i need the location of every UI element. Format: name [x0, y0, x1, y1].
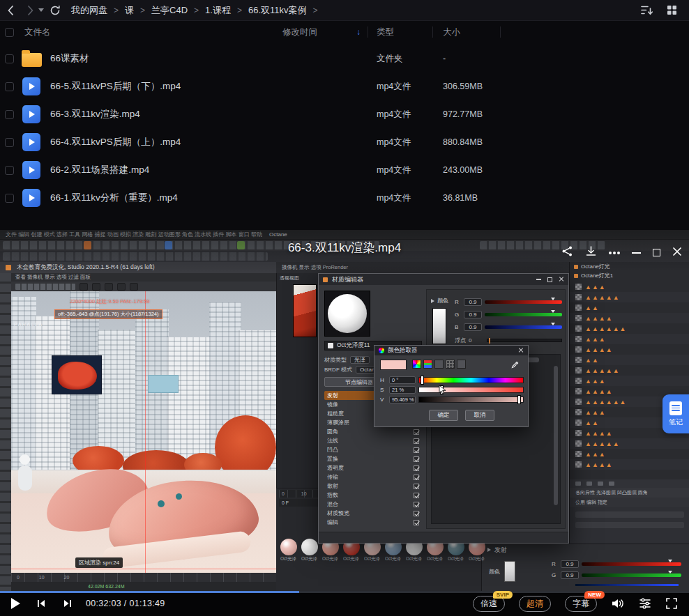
- material-label: Oct光泽: [343, 556, 359, 562]
- material-preview: [324, 291, 370, 337]
- file-name: 66课素材: [50, 52, 89, 65]
- file-row[interactable]: 66课素材 文件夹 -: [0, 45, 689, 72]
- forward-icon[interactable]: [22, 3, 38, 18]
- history-caret-icon[interactable]: [38, 8, 44, 12]
- row-checkbox[interactable]: [5, 82, 14, 91]
- palette-icon: [379, 348, 384, 353]
- maximize-icon[interactable]: [653, 249, 660, 256]
- file-size: 972.77MB: [443, 109, 483, 119]
- file-row[interactable]: 66-2.双11场景搭建.mp4 mp4文件 243.00MB: [0, 156, 689, 184]
- object-row: ▲▲▲▲▲: [570, 292, 689, 302]
- render-scene: PARALLA: [11, 291, 276, 573]
- column-divider: [432, 26, 433, 38]
- share-icon[interactable]: [561, 245, 573, 260]
- breadcrumb-item[interactable]: 兰亭C4D: [151, 4, 188, 17]
- previous-button[interactable]: [36, 598, 47, 609]
- file-name: 66-4.双11kvPS后期（上）.mp4: [50, 136, 181, 148]
- texture-checker-icon: [575, 367, 582, 374]
- play-button[interactable]: [11, 598, 20, 609]
- attribute-panel: [570, 507, 689, 544]
- c4d-viewport-menu-right: 摄像机 显示 选项 ProRender: [276, 262, 569, 273]
- player-window-controls: [561, 245, 682, 260]
- close-icon: [559, 277, 564, 282]
- file-row[interactable]: 66-3.双11kv渲染.mp4 mp4文件 972.77MB: [0, 100, 689, 128]
- more-icon[interactable]: [613, 252, 616, 254]
- volume-icon[interactable]: [611, 597, 625, 610]
- file-size: 243.00MB: [443, 165, 483, 175]
- file-name: 66-1.双11kv分析（重要）.mp4: [50, 192, 178, 204]
- texture-checker-icon: [575, 325, 582, 332]
- me-channel-row: 材质预览: [324, 509, 422, 518]
- cancel-button: 取消: [465, 410, 494, 421]
- close-icon: [518, 348, 524, 353]
- file-size: 880.84MB: [443, 137, 483, 147]
- breadcrumb-item[interactable]: 我的网盘: [71, 4, 107, 17]
- me-channel-row: 传输: [324, 472, 422, 482]
- file-type: 文件夹: [377, 53, 403, 65]
- channel-checkbox: [414, 447, 419, 453]
- mouse-cursor: [439, 385, 446, 398]
- texture-checker-icon: [575, 399, 582, 405]
- object-triangles: ▲▲▲: [585, 284, 606, 291]
- quality-button[interactable]: 超清: [519, 596, 551, 612]
- me-channel-row: 凹凸: [324, 445, 422, 454]
- file-name: 66-2.双11场景搭建.mp4: [50, 164, 149, 176]
- download-icon[interactable]: [585, 245, 597, 260]
- object-triangles: ▲▲: [585, 305, 599, 311]
- attribute-tabs-2: 公用 编辑 指定: [570, 498, 689, 507]
- next-button[interactable]: [62, 598, 73, 609]
- breadcrumb-separator: >: [114, 6, 119, 15]
- me-channel-row: 指数: [324, 491, 422, 500]
- object-triangles: ▲▲: [585, 419, 599, 426]
- emission-panel: 发射 颜色 R 0.9 G 0.9: [481, 544, 689, 591]
- c4d-timeline-ruler: 0 10 20: [11, 573, 276, 582]
- hsv-icon: [434, 360, 444, 369]
- row-checkbox[interactable]: [5, 54, 14, 63]
- row-checkbox[interactable]: [5, 194, 14, 203]
- column-size[interactable]: 大小: [443, 26, 460, 38]
- video-surface[interactable]: 文件 编辑 创建 模式 选择 工具 网格 捕捉 动画 模拟 渲染 雕刻 运动图形…: [0, 230, 689, 591]
- frame-counter: 0 F: [279, 499, 321, 507]
- speed-button[interactable]: 倍速 SVIP: [473, 596, 505, 612]
- channel-checkbox: [414, 484, 419, 489]
- cp-current-swatch: [380, 360, 407, 370]
- breadcrumb-item[interactable]: 66.双11kv案例: [248, 4, 307, 17]
- sort-list-icon[interactable]: [640, 4, 653, 16]
- column-filename[interactable]: 文件名: [24, 26, 51, 38]
- row-checkbox[interactable]: [5, 138, 14, 147]
- texture-checker-icon: [575, 461, 582, 468]
- row-checkbox[interactable]: [5, 166, 14, 175]
- breadcrumb-item[interactable]: 课: [125, 4, 134, 17]
- material-editor-footer: [319, 532, 568, 543]
- close-icon[interactable]: [672, 247, 682, 259]
- material-label: Oct光泽: [364, 556, 380, 562]
- select-all-checkbox[interactable]: [5, 28, 14, 37]
- breadcrumb-item[interactable]: 1.课程: [205, 4, 231, 17]
- float-slider: 浮点 0: [455, 334, 562, 346]
- object-row: ▲▲▲▲: [570, 313, 689, 323]
- column-type[interactable]: 类型: [377, 26, 394, 38]
- texture-checker-icon: [575, 315, 582, 321]
- file-type: mp4文件: [377, 192, 411, 204]
- object-triangles: ▲▲▲: [585, 409, 606, 416]
- file-row[interactable]: 66-5.双11kvPS后期（下）.mp4 mp4文件 306.59MB: [0, 72, 689, 100]
- hsv-slider-row: H 0 °: [380, 375, 524, 385]
- material-sphere: [301, 539, 318, 555]
- fullscreen-icon[interactable]: [665, 597, 678, 610]
- sort-desc-icon[interactable]: ↓: [356, 27, 361, 37]
- render-info-overlay: 2200*4000 娃娃:9.50 PAN:-179:59: [70, 298, 150, 305]
- minimize-icon[interactable]: [632, 252, 641, 254]
- row-checkbox[interactable]: [5, 110, 14, 119]
- column-modified[interactable]: 修改时间: [282, 26, 317, 38]
- refresh-icon[interactable]: [47, 3, 63, 18]
- back-icon[interactable]: [3, 3, 19, 18]
- note-button[interactable]: 笔记: [662, 394, 689, 433]
- object-row: ▲▲: [570, 355, 689, 365]
- channel-checkbox: [414, 429, 419, 435]
- grid-view-icon[interactable]: [666, 4, 678, 16]
- subtitle-button[interactable]: 字幕 NEW: [565, 596, 597, 612]
- object-row: ▲▲▲▲▲▲: [570, 323, 689, 334]
- file-row[interactable]: 66-4.双11kvPS后期（上）.mp4 mp4文件 880.84MB: [0, 128, 689, 156]
- file-row[interactable]: 66-1.双11kv分析（重要）.mp4 mp4文件 36.81MB: [0, 184, 689, 212]
- settings-sliders-icon[interactable]: [639, 597, 651, 610]
